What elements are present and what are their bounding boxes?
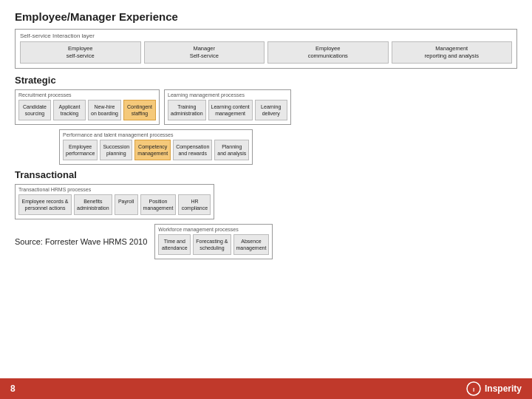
- cell-competency-management: Competencymanagement: [134, 140, 171, 160]
- layer-label: Self-service Interaction layer: [20, 33, 512, 39]
- learning-label: Learning management processes: [168, 92, 287, 98]
- cell-training-admin: Trainingadministration: [168, 100, 206, 120]
- cell-hr-compliance: HRcompliance: [178, 194, 211, 215]
- cell-employee-self-service: Employeeself-service: [20, 41, 141, 64]
- cell-forecasting-scheduling: Forecasting &scheduling: [193, 234, 231, 255]
- cell-absence-management: Absencemanagement: [233, 234, 270, 255]
- cell-contingent-staffing: Contingentstaffing: [123, 100, 156, 120]
- footer-logo: I Insperity: [466, 381, 522, 396]
- bottom-row: Source: Forrester Wave HRMS 2010 Workfor…: [15, 224, 517, 259]
- page-title: Employee/Manager Experience: [15, 10, 517, 23]
- self-service-layer: Self-service Interaction layer Employees…: [15, 29, 517, 69]
- learning-group: Learning management processes Trainingad…: [164, 89, 291, 125]
- svg-text:I: I: [473, 386, 474, 393]
- cell-learning-delivery: Learningdelivery: [255, 100, 287, 120]
- hrms-group: Transactional HRMS processes Employee re…: [15, 184, 214, 219]
- cell-compensation-rewards: Compensationand rewards: [173, 140, 212, 160]
- recruitment-group: Recruitment processes Candidatesourcing …: [15, 89, 160, 125]
- cell-payroll: Payroll: [115, 194, 138, 215]
- cell-benefits-admin: Benefitsadministration: [74, 194, 112, 215]
- performance-row: Performance and talent management proces…: [59, 129, 517, 165]
- hrms-cells: Employee records &personnel actions Bene…: [18, 194, 211, 215]
- transactional-label: Transactional: [15, 169, 517, 180]
- footer-page-number: 8: [10, 383, 16, 394]
- recruitment-cells: Candidatesourcing Applicanttracking New-…: [18, 100, 156, 120]
- performance-group: Performance and talent management proces…: [59, 129, 253, 165]
- page: Employee/Manager Experience Self-service…: [0, 0, 532, 399]
- cell-employee-comms: Employeecommunications: [267, 41, 389, 64]
- cell-management-reporting: Managementreporting and analysis: [392, 41, 513, 64]
- source-text: Source: Forrester Wave HRMS 2010: [15, 237, 147, 246]
- learning-cells: Trainingadministration Learning contentm…: [168, 100, 287, 120]
- insperity-logo-icon: I: [466, 381, 481, 396]
- cell-time-attendance: Time andattendance: [158, 234, 191, 255]
- cell-manager-self-service: ManagerSelf-service: [144, 41, 265, 64]
- cell-learning-content: Learning contentmanagement: [208, 100, 253, 120]
- hrms-label: Transactional HRMS processes: [18, 187, 211, 192]
- cell-applicant-tracking: Applicanttracking: [53, 100, 86, 120]
- cell-position-mgmt: Positionmanagement: [140, 194, 177, 215]
- cell-employee-records: Employee records &personnel actions: [18, 194, 72, 215]
- cell-candidate-sourcing: Candidatesourcing: [18, 100, 51, 120]
- workforce-group: Workforce management processes Time anda…: [154, 224, 273, 259]
- cell-new-hire-onboarding: New-hireon boarding: [88, 100, 121, 120]
- footer-logo-text: Insperity: [485, 383, 522, 394]
- strategic-row: Recruitment processes Candidatesourcing …: [15, 89, 517, 125]
- transactional-row: Transactional HRMS processes Employee re…: [15, 184, 517, 219]
- workforce-label: Workforce management processes: [158, 227, 269, 232]
- recruitment-label: Recruitment processes: [18, 92, 156, 98]
- layer-cells: Employeeself-service ManagerSelf-service…: [20, 41, 512, 64]
- footer: 8 I Insperity: [0, 378, 532, 399]
- workforce-cells: Time andattendance Forecasting &scheduli…: [158, 234, 269, 255]
- strategic-label: Strategic: [15, 75, 517, 86]
- performance-cells: Employeeperformance Successionplanning C…: [63, 140, 249, 160]
- cell-succession-planning: Successionplanning: [100, 140, 132, 160]
- performance-label: Performance and talent management proces…: [63, 132, 249, 137]
- cell-employee-performance: Employeeperformance: [63, 140, 98, 160]
- cell-planning-analysis: Planningand analysis: [214, 140, 249, 160]
